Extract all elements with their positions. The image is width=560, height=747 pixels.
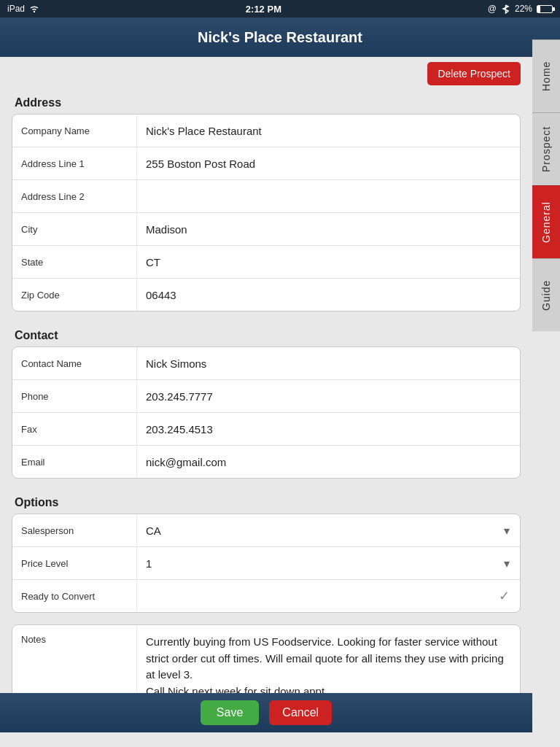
table-row: Address Line 2: [12, 180, 520, 213]
save-button[interactable]: Save: [201, 700, 259, 725]
status-bar: iPad 2:12 PM @ 22%: [0, 0, 560, 18]
header: Nick's Place Restaurant: [0, 18, 560, 57]
page-title: Nick's Place Restaurant: [198, 29, 362, 46]
field-label-notes: Notes: [12, 625, 136, 652]
svg-point-0: [34, 10, 35, 12]
section-options: Options Salesperson CA Price Level 1 Rea…: [12, 490, 521, 613]
field-label-fax: Fax: [12, 417, 136, 442]
field-label-phone: Phone: [12, 384, 136, 409]
contact-section-body: Contact Name Nick Simons Phone 203.245.7…: [12, 347, 521, 479]
ipad-label: iPad: [7, 4, 25, 14]
field-label-ready-convert: Ready to Convert: [12, 584, 136, 609]
field-value-state[interactable]: CT: [136, 246, 520, 278]
field-value-phone[interactable]: 203.245.7777: [136, 380, 520, 412]
time-display: 2:12 PM: [246, 4, 281, 15]
wifi-icon: [29, 5, 39, 13]
status-left: iPad: [7, 4, 39, 14]
field-label-salesperson: Salesperson: [12, 518, 136, 543]
field-label-addr2: Address Line 2: [12, 184, 136, 209]
address-heading: Address: [12, 90, 521, 114]
table-row: Address Line 1 255 Boston Post Road: [12, 147, 520, 180]
field-label-zip: Zip Code: [12, 282, 136, 308]
field-value-price-level[interactable]: 1: [136, 547, 520, 579]
options-heading: Options: [12, 490, 521, 514]
table-row: Contact Name Nick Simons: [12, 347, 520, 380]
at-icon: @: [488, 4, 497, 14]
field-value-email[interactable]: nick@gmail.com: [136, 446, 520, 478]
contact-heading: Contact: [12, 323, 521, 347]
options-section-body: Salesperson CA Price Level 1 Ready to Co…: [12, 514, 521, 613]
field-label-company: Company Name: [12, 118, 136, 144]
table-row: Zip Code 06443: [12, 279, 520, 311]
field-value-city[interactable]: Madison: [136, 213, 520, 245]
field-label-price-level: Price Level: [12, 551, 136, 576]
content-row: Delete Prospect Address Company Name Nic…: [0, 57, 560, 732]
table-row: Price Level 1: [12, 547, 520, 580]
field-label-addr1: Address Line 1: [12, 151, 136, 177]
sidebar-item-guide[interactable]: Guide: [532, 258, 560, 331]
sidebar-item-general[interactable]: General: [532, 185, 560, 258]
table-row: State CT: [12, 246, 520, 279]
battery-icon: [537, 5, 553, 13]
bottom-bar: Save Cancel: [0, 693, 532, 732]
table-row: Phone 203.245.7777: [12, 380, 520, 413]
section-address: Address Company Name Nick's Place Restau…: [12, 90, 521, 311]
table-row: Company Name Nick's Place Restaurant: [12, 115, 520, 147]
bluetooth-icon: [501, 4, 510, 14]
field-label-city: City: [12, 217, 136, 242]
field-value-addr1[interactable]: 255 Boston Post Road: [136, 147, 520, 179]
main-content: Address Company Name Nick's Place Restau…: [0, 90, 532, 732]
side-tabs: Home Prospect General Guide: [532, 39, 560, 331]
delete-prospect-button[interactable]: Delete Prospect: [427, 62, 521, 85]
field-value-fax[interactable]: 203.245.4513: [136, 413, 520, 445]
table-row: City Madison: [12, 213, 520, 246]
table-row: Email nick@gmail.com: [12, 446, 520, 478]
table-row: Ready to Convert: [12, 580, 520, 612]
address-section-body: Company Name Nick's Place Restaurant Add…: [12, 114, 521, 311]
app-wrapper: iPad 2:12 PM @ 22% Nick's Place Restaura…: [0, 0, 560, 732]
field-value-company[interactable]: Nick's Place Restaurant: [136, 115, 520, 147]
field-value-zip[interactable]: 06443: [136, 279, 520, 311]
field-label-email: Email: [12, 449, 136, 475]
field-value-salesperson[interactable]: CA: [136, 514, 520, 546]
battery-pct: 22%: [515, 4, 532, 14]
field-value-ready-convert[interactable]: [136, 580, 520, 612]
cancel-button[interactable]: Cancel: [269, 700, 332, 725]
field-label-state: State: [12, 249, 136, 275]
status-right: @ 22%: [488, 4, 553, 14]
table-row: Salesperson CA: [12, 514, 520, 547]
field-value-contact-name[interactable]: Nick Simons: [136, 347, 520, 379]
toolbar: Delete Prospect: [0, 57, 532, 90]
table-row: Fax 203.245.4513: [12, 413, 520, 446]
sidebar-item-home[interactable]: Home: [532, 39, 560, 112]
battery-fill: [537, 6, 540, 12]
field-label-contact-name: Contact Name: [12, 351, 136, 376]
field-value-addr2[interactable]: [136, 180, 520, 212]
section-contact: Contact Contact Name Nick Simons Phone 2…: [12, 323, 521, 479]
sidebar-item-prospect[interactable]: Prospect: [532, 112, 560, 185]
